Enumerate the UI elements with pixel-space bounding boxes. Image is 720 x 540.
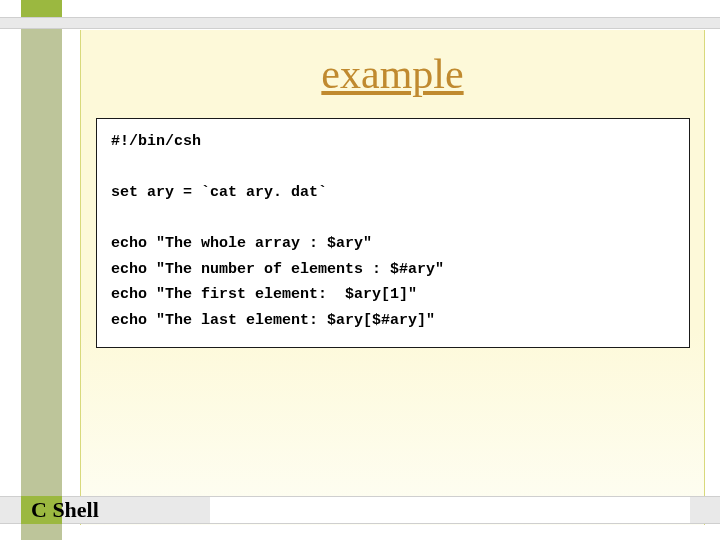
left-decor-strip-top (21, 0, 62, 17)
slide: example #!/bin/csh set ary = `cat ary. d… (0, 0, 720, 540)
slide-title: example (80, 50, 705, 98)
top-decor-strip (0, 17, 720, 29)
footer-label: C Shell (21, 492, 109, 528)
left-decor-strip (21, 0, 62, 540)
bottom-white-panel (210, 496, 690, 524)
code-block: #!/bin/csh set ary = `cat ary. dat` echo… (96, 118, 690, 348)
